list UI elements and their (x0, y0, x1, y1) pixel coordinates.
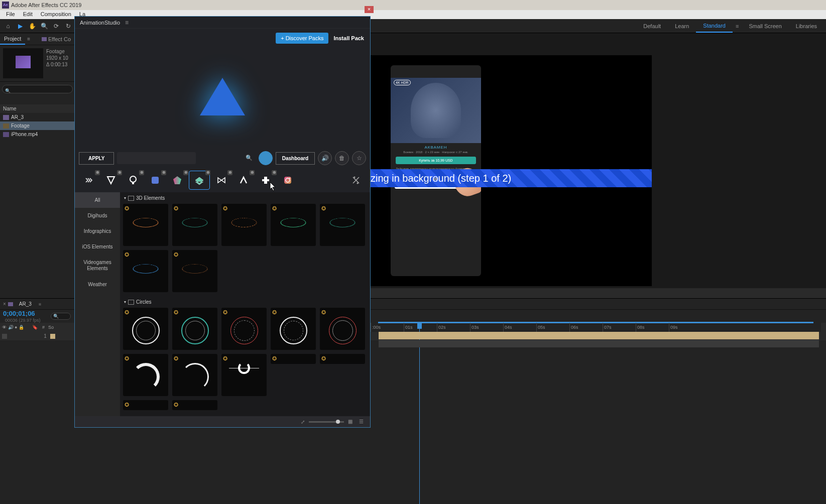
sound-toggle[interactable] (259, 151, 273, 165)
effect-controls-tab[interactable]: Effect Co (38, 34, 75, 44)
tl-menu-icon[interactable]: ≡ (39, 302, 41, 307)
anim-preset-item[interactable]: ✪ (123, 250, 168, 292)
close-button[interactable]: × (365, 6, 374, 13)
anim-preset-item[interactable]: ✪ (271, 354, 316, 364)
pack-icon-7[interactable]: ⊗ (211, 171, 231, 189)
hand-tool[interactable]: ✋ (27, 21, 38, 32)
close-icon[interactable]: ⊗ (95, 170, 100, 175)
grid-view-button[interactable]: ▦ (348, 419, 355, 425)
list-view-button[interactable]: ☰ (359, 419, 366, 425)
timeline-ruler[interactable]: :00s 01s 02s 03s 04s 05s 06s 07s 08s 09s (371, 323, 821, 332)
anim-content[interactable]: ▾ 3D Elements ✪ ✪ ✪ ✪ ✪ ✪ ✪ ▾ (120, 192, 370, 416)
close-icon[interactable]: ⊗ (139, 170, 144, 175)
anim-preset-item[interactable]: ✪ (221, 354, 267, 396)
name-column-header[interactable]: Name (0, 104, 75, 113)
anim-preset-item[interactable]: ✪ (271, 308, 316, 350)
workspace-default[interactable]: Default (636, 20, 668, 32)
close-icon[interactable]: ⊗ (250, 170, 255, 175)
cat-weather[interactable]: Weather (75, 277, 120, 292)
workspace-small-screen[interactable]: Small Screen (742, 20, 788, 32)
category-sidebar: All Digihuds Infographics iOS Elements V… (75, 192, 120, 416)
pack-icon-3[interactable]: ⊗ (123, 171, 143, 189)
anim-preset-item[interactable]: ✪ (320, 354, 365, 364)
close-icon[interactable]: ⊗ (272, 170, 277, 175)
home-tool[interactable]: ⌂ (3, 21, 14, 32)
pack-icon-6[interactable]: ⊗ (189, 171, 209, 189)
source-header[interactable]: So (46, 325, 76, 330)
pack-icon-8[interactable]: ⊗ (233, 171, 254, 189)
cat-digihuds[interactable]: Digihuds (75, 208, 120, 223)
group-circles[interactable]: ▾ Circles (123, 296, 367, 308)
cat-ios[interactable]: iOS Elements (75, 239, 120, 255)
zoom-tool[interactable]: 🔍 (39, 21, 50, 32)
anim-preset-item[interactable]: ✪ (123, 400, 168, 410)
delete-button[interactable]: 🗑 (335, 151, 349, 165)
project-search-input[interactable] (2, 85, 73, 93)
zoom-slider[interactable] (309, 421, 344, 423)
close-icon[interactable]: ⊗ (183, 170, 188, 175)
anim-preset-item[interactable]: ✪ (172, 204, 217, 246)
anim-preset-item[interactable]: ✪ (172, 354, 217, 396)
pack-icon-10[interactable] (278, 171, 298, 189)
menu-edit[interactable]: Edit (19, 10, 37, 19)
pack-icon-1[interactable]: ⊗ (79, 171, 99, 189)
current-time[interactable]: 0;00;01;06 (3, 310, 35, 317)
anim-preset-item[interactable]: ✪ (172, 250, 217, 292)
visibility-toggle[interactable] (2, 334, 7, 339)
anim-preset-item[interactable]: ✪ (172, 400, 217, 410)
menu-composition[interactable]: Composition (37, 10, 75, 19)
anim-search-input[interactable] (117, 152, 196, 164)
close-icon[interactable]: ⊗ (205, 170, 210, 175)
volume-button[interactable]: 🔊 (318, 151, 332, 165)
cat-infographics[interactable]: Infographics (75, 223, 120, 239)
anim-preset-item[interactable]: ✪ (123, 204, 168, 246)
anim-panel-menu-icon[interactable]: ≡ (125, 19, 129, 26)
workspace-config-icon[interactable]: ≡ (733, 23, 742, 29)
layer-color[interactable] (50, 334, 55, 339)
anim-preset-item[interactable]: ✪ (320, 308, 365, 350)
favorite-button[interactable]: ☆ (352, 151, 366, 165)
workspace-standard[interactable]: Standard (696, 20, 733, 33)
layer-bar-1[interactable] (379, 332, 819, 339)
selection-tool[interactable]: ▶ (15, 21, 26, 32)
cat-videogames[interactable]: Videogames Elements (75, 255, 120, 277)
project-item-footage[interactable]: Footage (0, 121, 75, 130)
menu-file[interactable]: File (2, 10, 19, 19)
expand-icon[interactable]: ⤢ (301, 419, 305, 425)
discover-packs-button[interactable]: + Discover Packs (276, 33, 328, 44)
anim-preset-item[interactable]: ✪ (320, 204, 365, 246)
pack-icon-9[interactable]: ⊗ (256, 171, 276, 189)
anim-preset-item[interactable]: ✪ (271, 204, 316, 246)
settings-icon[interactable] (346, 171, 366, 189)
timeline-tab[interactable]: AR_3 (15, 300, 36, 308)
install-pack-button[interactable]: Install Pack (333, 35, 364, 41)
cat-all[interactable]: All (75, 192, 120, 208)
anim-preset-item[interactable]: ✪ (221, 308, 267, 350)
close-icon[interactable]: ⊗ (161, 170, 166, 175)
project-tab[interactable]: Project (0, 34, 25, 45)
dashboard-button[interactable]: Dashboard (276, 152, 315, 165)
project-item-iphone[interactable]: iPhone.mp4 (0, 130, 75, 139)
pack-icon-2[interactable]: ⊗ (101, 171, 121, 189)
pack-icon-4[interactable]: ⊗ (145, 171, 165, 189)
playhead[interactable] (419, 323, 420, 504)
close-icon[interactable]: ⊗ (117, 170, 122, 175)
tl-close-icon[interactable]: × (3, 301, 6, 307)
layer-bar-2[interactable] (379, 340, 819, 347)
pack-icon-5[interactable]: ⊗ (167, 171, 187, 189)
anim-preset-item[interactable]: ✪ (123, 354, 168, 396)
workspace-libraries[interactable]: Libraries (789, 20, 824, 32)
apply-button[interactable]: APPLY (79, 152, 114, 165)
anim-preset-item[interactable]: ✪ (221, 204, 267, 246)
footage-duration: Δ 0:00:13 (46, 61, 68, 68)
timeline-search[interactable] (51, 313, 71, 320)
panel-menu-icon[interactable]: ≡ (27, 36, 30, 42)
workspace-learn[interactable]: Learn (668, 20, 696, 32)
close-icon[interactable]: ⊗ (227, 170, 232, 175)
group-3d-elements[interactable]: ▾ 3D Elements (123, 192, 367, 204)
anim-preset-item[interactable]: ✪ (172, 308, 217, 350)
orbit-tool[interactable]: ⟳ (51, 21, 62, 32)
rotate-tool[interactable]: ↻ (63, 21, 74, 32)
anim-preset-item[interactable]: ✪ (123, 308, 168, 350)
project-item-ar3[interactable]: AR_3 (0, 113, 75, 121)
